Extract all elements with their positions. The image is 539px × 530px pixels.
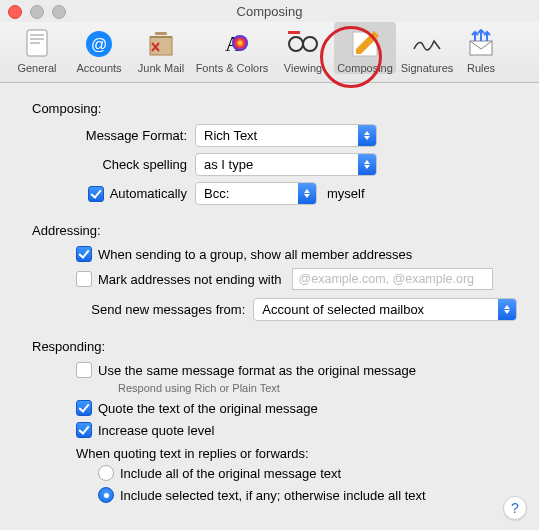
minimize-window-button[interactable] [30, 5, 44, 19]
increase-quote-level-checkbox[interactable] [76, 422, 92, 438]
message-format-label: Message Format: [22, 128, 195, 143]
send-from-select[interactable]: Account of selected mailbox [253, 298, 517, 321]
toolbar-label: Fonts & Colors [192, 62, 272, 74]
composing-icon [334, 26, 396, 62]
section-title-composing: Composing: [32, 101, 517, 116]
send-from-label: Send new messages from: [22, 302, 253, 317]
updown-arrows-icon [358, 154, 376, 175]
svg-point-13 [289, 37, 303, 51]
include-all-radio[interactable] [98, 465, 114, 481]
toolbar-tab-composing[interactable]: Composing [334, 22, 396, 74]
updown-arrows-icon [298, 183, 316, 204]
updown-arrows-icon [498, 299, 516, 320]
check-spelling-label: Check spelling [22, 157, 195, 172]
junk-mail-icon [130, 26, 192, 62]
quote-text-checkbox[interactable] [76, 400, 92, 416]
message-format-select[interactable]: Rich Text [195, 124, 377, 147]
select-value: Rich Text [196, 128, 358, 143]
toolbar-tab-fonts-colors[interactable]: A Fonts & Colors [192, 22, 272, 74]
section-title-responding: Responding: [32, 339, 517, 354]
toolbar-tab-rules[interactable]: Rules [458, 22, 504, 74]
same-format-label: Use the same message format as the origi… [98, 363, 416, 378]
include-all-label: Include all of the original message text [120, 466, 341, 481]
quote-text-label: Quote the text of the original message [98, 401, 318, 416]
same-format-sub: Respond using Rich or Plain Text [118, 382, 517, 394]
general-icon [6, 26, 68, 62]
zoom-window-button[interactable] [52, 5, 66, 19]
viewing-icon [272, 26, 334, 62]
toolbar-tab-junk-mail[interactable]: Junk Mail [130, 22, 192, 74]
automatically-field-select[interactable]: Bcc: [195, 182, 317, 205]
toolbar-tab-accounts[interactable]: @ Accounts [68, 22, 130, 74]
toolbar-label: General [6, 62, 68, 74]
same-format-checkbox[interactable] [76, 362, 92, 378]
check-spelling-select[interactable]: as I type [195, 153, 377, 176]
automatically-suffix: myself [327, 186, 365, 201]
when-quoting-label: When quoting text in replies or forwards… [76, 446, 517, 461]
help-button[interactable]: ? [503, 496, 527, 520]
increase-quote-level-label: Increase quote level [98, 423, 214, 438]
select-value: Bcc: [196, 186, 298, 201]
toolbar-label: Viewing [272, 62, 334, 74]
include-selected-label: Include selected text, if any; otherwise… [120, 488, 426, 503]
window-controls [8, 5, 66, 19]
svg-rect-1 [30, 34, 44, 36]
toolbar-label: Composing [334, 62, 396, 74]
group-addresses-checkbox[interactable] [76, 246, 92, 262]
titlebar: Composing [0, 0, 539, 22]
section-title-addressing: Addressing: [32, 223, 517, 238]
toolbar-label: Junk Mail [130, 62, 192, 74]
toolbar-label: Signatures [396, 62, 458, 74]
group-addresses-label: When sending to a group, show all member… [98, 247, 412, 262]
select-value: Account of selected mailbox [254, 302, 498, 317]
toolbar-tab-general[interactable]: General [6, 22, 68, 74]
svg-rect-16 [288, 31, 300, 34]
select-value: as I type [196, 157, 358, 172]
close-window-button[interactable] [8, 5, 22, 19]
rules-icon [458, 26, 504, 62]
toolbar-tab-viewing[interactable]: Viewing [272, 22, 334, 74]
include-selected-radio[interactable] [98, 487, 114, 503]
preferences-toolbar: General @ Accounts Junk Mail A Fonts & C… [0, 22, 539, 83]
signatures-icon [396, 26, 458, 62]
updown-arrows-icon [358, 125, 376, 146]
mark-addresses-checkbox[interactable] [76, 271, 92, 287]
svg-rect-2 [30, 38, 44, 40]
mark-addresses-label: Mark addresses not ending with [98, 272, 282, 287]
toolbar-label: Rules [458, 62, 504, 74]
preferences-content: Composing: Message Format: Rich Text Che… [0, 83, 539, 503]
svg-rect-8 [155, 32, 167, 35]
svg-point-12 [232, 35, 248, 51]
svg-point-14 [303, 37, 317, 51]
accounts-icon: @ [68, 26, 130, 62]
window-title: Composing [0, 4, 539, 19]
toolbar-label: Accounts [68, 62, 130, 74]
fonts-colors-icon: A [192, 26, 272, 62]
toolbar-tab-signatures[interactable]: Signatures [396, 22, 458, 74]
svg-rect-3 [30, 42, 40, 44]
help-label: ? [511, 500, 519, 516]
automatically-checkbox[interactable] [88, 186, 104, 202]
automatically-label: Automatically [110, 186, 187, 201]
svg-text:@: @ [91, 36, 107, 53]
mark-addresses-domains-field[interactable]: @example.com, @example.org [292, 268, 493, 290]
